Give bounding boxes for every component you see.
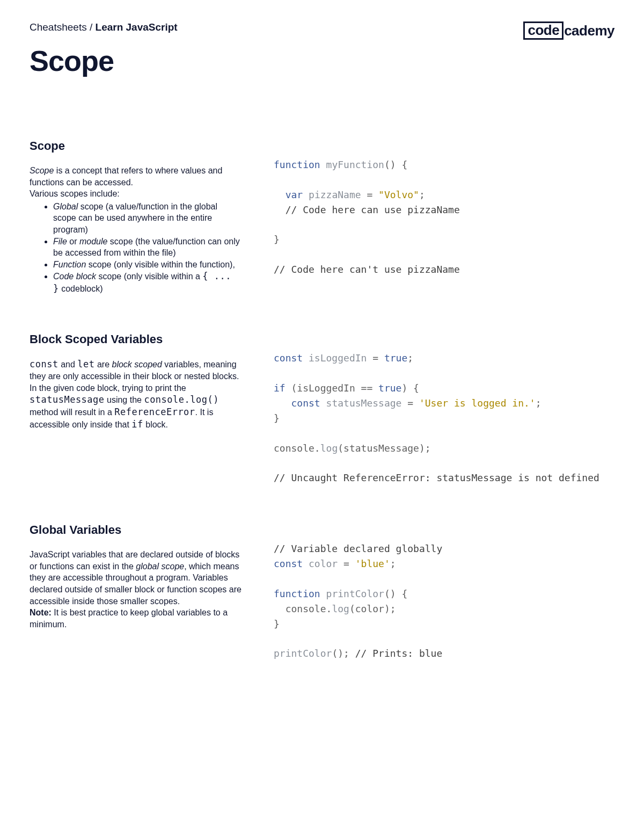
breadcrumb: Cheatsheets / Learn JavaScript	[30, 21, 178, 33]
tok: true	[384, 352, 407, 364]
tok: ;	[390, 558, 396, 569]
tok: 'blue'	[355, 558, 390, 569]
global-code-block: // Variable declared globally const colo…	[274, 541, 614, 661]
tok: const	[274, 558, 303, 569]
block-c2: let	[77, 359, 94, 369]
tok: =	[401, 397, 419, 409]
tok: 'User is logged in.'	[419, 397, 536, 409]
block-c4: console.log()	[144, 394, 219, 405]
tok: () {	[384, 588, 407, 599]
tok: if	[274, 382, 286, 394]
section-global: Global Variables JavaScript variables th…	[30, 523, 614, 661]
tok: color	[303, 558, 338, 569]
section-block-code: const isLoggedIn = true; if (isLoggedIn …	[274, 332, 614, 485]
tok: =	[367, 352, 384, 364]
scope-code-block: function myFunction() { var pizzaName = …	[274, 157, 614, 277]
block-i1: block scoped	[112, 360, 162, 369]
scope-p1: Scope is a concept that refers to where …	[30, 165, 241, 188]
tok: (color);	[349, 603, 396, 614]
scope-p1-rest: is a concept that refers to where values…	[30, 166, 222, 187]
scope-body: Scope is a concept that refers to where …	[30, 165, 241, 295]
tok: =	[338, 558, 355, 569]
tok: // Code here can't use pizzaName	[274, 264, 460, 275]
block-t5: method will result in a	[30, 408, 114, 417]
tok: (statusMessage);	[338, 443, 430, 454]
tok: printColor	[274, 648, 332, 659]
tok: console.	[274, 443, 320, 454]
scope-li3: Function scope (only visible within the …	[53, 259, 241, 271]
tok: =	[361, 189, 379, 200]
tok: // Uncaught ReferenceError: statusMessag…	[274, 472, 599, 483]
tok: // Prints: blue	[355, 648, 443, 659]
tok: ;	[407, 352, 413, 364]
scope-p2: Various scopes include:	[30, 188, 241, 200]
scope-li3-rest: scope (only visible within the function)…	[86, 260, 235, 269]
tok: // Code here can use pizzaName	[274, 204, 460, 215]
scope-list: Global scope (a value/function in the gl…	[30, 201, 241, 295]
tok: log	[332, 603, 349, 614]
global-p2: Note: It is best practice to keep global…	[30, 607, 241, 630]
tok: () {	[384, 159, 407, 170]
block-c6: if	[131, 419, 143, 430]
scope-li4-italic: Code block	[53, 272, 96, 281]
block-heading: Block Scoped Variables	[30, 332, 241, 346]
scope-li4: Code block scope (only visible within a …	[53, 270, 241, 295]
tok: }	[274, 618, 280, 629]
section-global-text: Global Variables JavaScript variables th…	[30, 523, 241, 661]
tok: true	[378, 382, 401, 394]
page-title: Scope	[30, 44, 614, 77]
tok: (isLoggedIn ==	[286, 382, 378, 394]
scope-li4-rest1: scope (only visible within a	[96, 272, 202, 281]
tok: const	[274, 352, 303, 364]
global-p1: JavaScript variables that are declared o…	[30, 549, 241, 607]
tok: printColor	[320, 588, 384, 599]
scope-li2: File or module scope (the value/function…	[53, 236, 241, 259]
block-code-block: const isLoggedIn = true; if (isLoggedIn …	[274, 351, 614, 485]
block-t4: using the	[105, 395, 144, 404]
tok: "Volvo"	[378, 189, 419, 200]
global-heading: Global Variables	[30, 523, 241, 537]
scope-heading: Scope	[30, 139, 241, 153]
scope-li2-mid: or	[67, 237, 79, 246]
tok: var	[274, 189, 303, 200]
tok: }	[274, 234, 280, 245]
global-p2-bold: Note:	[30, 608, 52, 617]
scope-li1-rest: scope (a value/function in the global sc…	[53, 202, 217, 234]
scope-li3-italic: Function	[53, 260, 86, 269]
scope-li1-italic: Global	[53, 202, 78, 211]
block-c1: const	[30, 359, 58, 369]
scope-p1-italic: Scope	[30, 166, 54, 175]
section-scope: Scope Scope is a concept that refers to …	[30, 139, 614, 295]
logo-left: code	[523, 21, 564, 40]
section-block: Block Scoped Variables const and let are…	[30, 332, 614, 485]
block-c3: statusMessage	[30, 394, 105, 405]
codecademy-logo: codecademy	[523, 21, 614, 40]
tok: isLoggedIn	[303, 352, 367, 364]
tok: // Variable declared globally	[274, 543, 442, 554]
breadcrumb-part2: Learn JavaScript	[96, 21, 178, 33]
tok: }	[274, 412, 280, 424]
global-p2-rest: It is best practice to keep global varia…	[30, 608, 228, 629]
block-t1: and	[58, 360, 78, 369]
tok: pizzaName	[303, 189, 361, 200]
page-header: Cheatsheets / Learn JavaScript codecadem…	[30, 21, 614, 40]
scope-li4-rest2: codeblock)	[59, 284, 103, 293]
tok: function	[274, 159, 320, 170]
section-scope-text: Scope Scope is a concept that refers to …	[30, 139, 241, 295]
global-p1-italic: global scope	[136, 562, 184, 571]
tok: myFunction	[320, 159, 384, 170]
section-scope-code: function myFunction() { var pizzaName = …	[274, 139, 614, 295]
breadcrumb-part1: Cheatsheets /	[30, 21, 96, 33]
block-c5: ReferenceError	[114, 407, 195, 417]
tok: function	[274, 588, 320, 599]
tok: ();	[332, 648, 355, 659]
tok: ;	[419, 189, 425, 200]
section-global-code: // Variable declared globally const colo…	[274, 523, 614, 661]
scope-li1: Global scope (a value/function in the gl…	[53, 201, 241, 236]
tok: console.	[274, 603, 332, 614]
tok: statusMessage	[320, 397, 402, 409]
block-body: const and let are block scoped variables…	[30, 358, 241, 431]
tok: ;	[536, 397, 541, 409]
tok: log	[320, 443, 338, 454]
scope-li2-i2: module	[79, 237, 107, 246]
